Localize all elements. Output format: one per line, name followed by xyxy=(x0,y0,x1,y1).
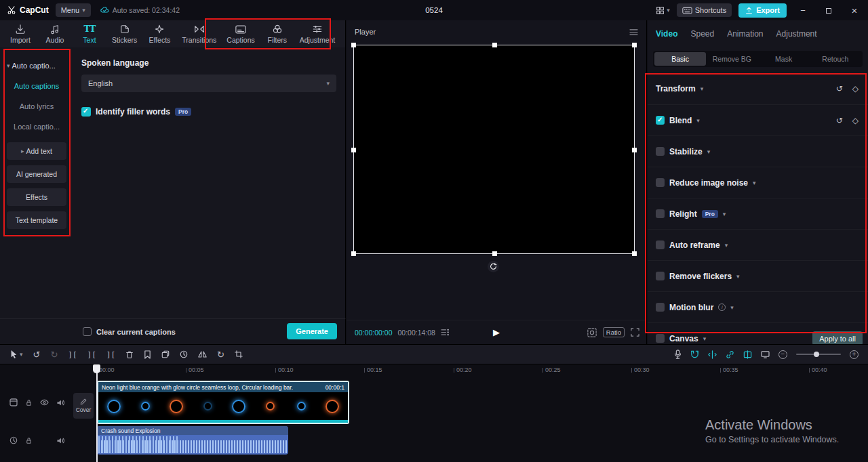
video-clip[interactable]: Neon light blue orange with glow circle … xyxy=(97,381,349,424)
freeze-frame-icon[interactable] xyxy=(161,350,170,358)
toolbar-item-stickers[interactable]: Stickers xyxy=(112,24,137,44)
subtab-remove-bg[interactable]: Remove BG xyxy=(706,52,757,66)
section-relight[interactable]: Relight Pro ▾ xyxy=(648,198,868,229)
section-canvas[interactable]: Canvas ▾ Apply to all xyxy=(648,322,868,344)
playhead-handle[interactable] xyxy=(93,364,100,373)
fullscreen-icon[interactable] xyxy=(631,328,639,337)
section-transform[interactable]: Transform ▾ ↺ ◇ xyxy=(648,73,868,104)
section-stabilize[interactable]: Stabilize ▾ xyxy=(648,135,868,167)
reset-icon[interactable]: ↺ xyxy=(836,116,843,125)
play-button[interactable]: ▶ xyxy=(493,327,500,337)
language-select[interactable]: English ▾ xyxy=(81,75,336,92)
mirror-icon[interactable] xyxy=(198,350,207,358)
remove-flickers-checkbox[interactable] xyxy=(656,272,665,280)
select-tool-button[interactable]: ▾ xyxy=(9,350,23,359)
tab-adjustment[interactable]: Adjustment xyxy=(776,29,817,39)
relight-checkbox[interactable] xyxy=(656,209,665,218)
track-list-icon[interactable] xyxy=(441,329,450,336)
crop-icon[interactable] xyxy=(235,350,243,358)
minimize-button[interactable]: − xyxy=(793,5,812,16)
delete-icon[interactable] xyxy=(125,350,134,359)
selection-handle[interactable] xyxy=(632,43,637,47)
zoom-slider-knob[interactable] xyxy=(814,352,819,357)
lock-icon[interactable] xyxy=(25,398,33,406)
mute-icon[interactable] xyxy=(56,399,65,406)
selection-handle[interactable] xyxy=(351,148,356,152)
tab-video[interactable]: Video xyxy=(656,29,677,39)
menu-button[interactable]: Menu ▾ xyxy=(56,3,91,17)
selection-handle[interactable] xyxy=(492,43,497,47)
player-menu-icon[interactable] xyxy=(629,28,638,36)
identify-filler-checkbox[interactable] xyxy=(81,107,91,117)
eye-icon[interactable] xyxy=(40,399,49,406)
sidebar-item-text-template[interactable]: Text template xyxy=(7,211,66,229)
split-icon[interactable]: ][ xyxy=(68,350,77,359)
sidebar-item-auto-captions[interactable]: Auto captions xyxy=(7,76,66,96)
timeline[interactable]: 00:00 00:05 00:10 00:15 00:20 00:25 00:3… xyxy=(0,364,868,462)
audio-clip[interactable]: Crash sound Explosion xyxy=(97,426,288,455)
apply-to-all-button[interactable]: Apply to all xyxy=(812,331,863,344)
zoom-out-icon[interactable]: − xyxy=(778,350,787,359)
export-button[interactable]: Export xyxy=(738,3,787,18)
playhead-line[interactable] xyxy=(96,364,98,462)
section-reduce-noise[interactable]: Reduce image noise ▾ xyxy=(648,167,868,198)
workspace-layout-button[interactable]: ▾ xyxy=(656,6,670,15)
auto-reframe-checkbox[interactable] xyxy=(656,240,665,249)
stabilize-checkbox[interactable] xyxy=(656,147,665,156)
blend-checkbox[interactable] xyxy=(656,116,665,125)
toolbar-item-filters[interactable]: Filters xyxy=(265,24,290,44)
timeline-zoom-slider[interactable] xyxy=(796,354,841,355)
rotate-tool-icon[interactable]: ↻ xyxy=(217,350,224,359)
linkage-icon[interactable] xyxy=(726,350,734,359)
delete-left-icon[interactable]: ][ xyxy=(87,350,96,359)
section-blend[interactable]: Blend ▾ ↺ ◇ xyxy=(648,104,868,135)
subtab-retouch[interactable]: Retouch xyxy=(810,52,861,66)
toolbar-item-transitions[interactable]: Transitions xyxy=(182,24,216,44)
sidebar-item-add-text[interactable]: ▸ Add text xyxy=(7,142,66,160)
keyframe-icon[interactable]: ◇ xyxy=(852,116,859,125)
selection-handle[interactable] xyxy=(632,251,637,256)
reset-icon[interactable]: ↺ xyxy=(836,84,843,93)
shortcuts-button[interactable]: Shortcuts xyxy=(677,3,732,17)
delete-right-icon[interactable]: ][ xyxy=(106,350,115,359)
motion-blur-checkbox[interactable] xyxy=(656,303,665,312)
subtab-mask[interactable]: Mask xyxy=(758,52,810,66)
reduce-noise-checkbox[interactable] xyxy=(656,178,665,187)
audio-track-icon[interactable] xyxy=(9,436,18,444)
fit-screen-icon[interactable] xyxy=(587,328,597,337)
toolbar-item-text[interactable]: TT Text xyxy=(77,24,102,44)
toolbar-item-captions[interactable]: Captions xyxy=(226,24,254,44)
toolbar-item-effects[interactable]: Effects xyxy=(147,24,172,44)
ratio-button[interactable]: Ratio xyxy=(603,327,625,337)
sidebar-item-ai-generated[interactable]: AI generated xyxy=(7,165,66,183)
sidebar-item-auto-lyrics[interactable]: Auto lyrics xyxy=(7,96,66,117)
video-track-icon[interactable] xyxy=(9,398,18,406)
sidebar-item-effects[interactable]: Effects xyxy=(7,188,66,206)
rotate-handle[interactable] xyxy=(488,261,499,272)
close-button[interactable]: × xyxy=(845,5,864,16)
cover-button[interactable]: Cover xyxy=(73,393,94,419)
section-auto-reframe[interactable]: Auto reframe ▾ xyxy=(648,229,868,260)
generate-button[interactable]: Generate xyxy=(287,323,337,339)
tab-animation[interactable]: Animation xyxy=(727,29,763,39)
sidebar-item-local-captions[interactable]: Local captio... xyxy=(7,117,66,137)
section-remove-flickers[interactable]: Remove flickers ▾ xyxy=(648,260,868,291)
selection-handle[interactable] xyxy=(351,251,356,256)
zoom-in-icon[interactable]: + xyxy=(850,350,859,359)
subtab-basic[interactable]: Basic xyxy=(654,52,706,66)
toolbar-item-import[interactable]: Import xyxy=(8,24,33,44)
auto-snap-icon[interactable] xyxy=(708,350,717,359)
canvas-checkbox[interactable] xyxy=(656,334,665,343)
marker-icon[interactable] xyxy=(144,350,151,359)
section-motion-blur[interactable]: Motion blur i ▾ xyxy=(648,291,868,322)
selection-handle[interactable] xyxy=(492,251,497,256)
mute-icon[interactable] xyxy=(56,437,65,444)
microphone-icon[interactable] xyxy=(674,350,682,359)
speed-icon[interactable] xyxy=(180,350,188,358)
main-track-magnet-icon[interactable] xyxy=(690,350,699,359)
maximize-button[interactable] xyxy=(819,5,838,16)
redo-icon[interactable]: ↻ xyxy=(50,350,58,359)
tab-speed[interactable]: Speed xyxy=(690,29,714,39)
video-preview[interactable] xyxy=(353,45,635,254)
display-mode-icon[interactable] xyxy=(761,351,770,358)
